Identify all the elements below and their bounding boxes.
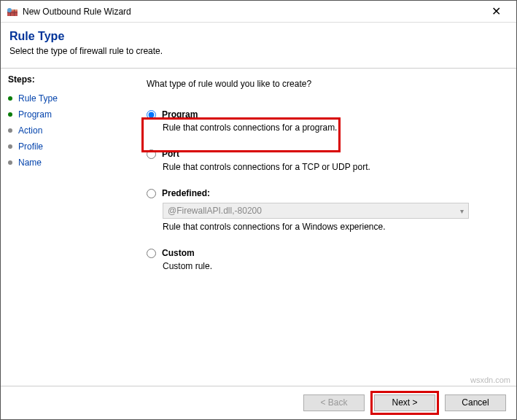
radio-program[interactable] xyxy=(147,110,156,120)
content-pane: What type of rule would you like to crea… xyxy=(117,69,516,386)
highlight-box-next: Next > xyxy=(370,391,439,415)
step-label: Action xyxy=(18,125,42,136)
option-custom: Custom Custom rule. xyxy=(147,248,502,271)
step-label: Rule Type xyxy=(18,93,58,104)
option-port-name: Port xyxy=(162,149,179,159)
option-program-row[interactable]: Program xyxy=(147,109,502,120)
option-custom-desc: Custom rule. xyxy=(163,261,502,271)
option-predefined: Predefined: @FirewallAPI.dll,-80200 ▾ Ru… xyxy=(147,188,502,232)
step-action[interactable]: Action xyxy=(8,122,110,139)
radio-port[interactable] xyxy=(147,149,156,159)
step-profile[interactable]: Profile xyxy=(8,139,110,155)
step-bullet-icon xyxy=(8,160,12,165)
wizard-body: Steps: Rule Type Program Action Profile … xyxy=(1,69,516,386)
step-bullet-icon xyxy=(8,112,12,117)
prompt-text: What type of rule would you like to crea… xyxy=(147,79,502,89)
option-program-name: Program xyxy=(162,109,198,120)
chevron-down-icon: ▾ xyxy=(460,207,464,215)
step-label: Profile xyxy=(18,141,43,152)
predefined-dropdown: @FirewallAPI.dll,-80200 ▾ xyxy=(163,203,469,219)
page-title: Rule Type xyxy=(9,30,508,43)
titlebar: New Outbound Rule Wizard ✕ xyxy=(1,1,516,23)
step-bullet-icon xyxy=(8,128,12,133)
option-predefined-desc: Rule that controls connections for a Win… xyxy=(163,222,502,232)
step-name[interactable]: Name xyxy=(8,155,110,171)
radio-custom[interactable] xyxy=(147,249,156,258)
back-button: < Back xyxy=(303,394,365,411)
firewall-icon xyxy=(7,6,18,18)
option-program: Program Rule that controls connections f… xyxy=(147,109,502,133)
step-rule-type[interactable]: Rule Type xyxy=(8,90,110,106)
option-port-row[interactable]: Port xyxy=(147,149,502,159)
window-title: New Outbound Rule Wizard xyxy=(23,7,481,17)
predefined-dropdown-value: @FirewallAPI.dll,-80200 xyxy=(168,206,262,216)
step-bullet-icon xyxy=(8,96,12,101)
next-button[interactable]: Next > xyxy=(374,394,435,411)
svg-rect-4 xyxy=(14,9,15,16)
option-predefined-row[interactable]: Predefined: xyxy=(147,188,502,198)
watermark-text: wsxdn.com xyxy=(470,376,510,384)
step-label: Program xyxy=(18,109,52,120)
radio-predefined[interactable] xyxy=(147,189,156,198)
footer: < Back Next > Cancel xyxy=(1,386,516,419)
steps-heading: Steps: xyxy=(8,74,110,85)
steps-sidebar: Steps: Rule Type Program Action Profile … xyxy=(1,69,117,386)
option-port-desc: Rule that controls connections for a TCP… xyxy=(163,162,502,172)
cancel-button[interactable]: Cancel xyxy=(445,394,506,411)
svg-rect-2 xyxy=(7,12,18,13)
option-custom-row[interactable]: Custom xyxy=(147,248,502,258)
svg-point-5 xyxy=(7,8,12,12)
option-custom-name: Custom xyxy=(162,248,195,258)
step-bullet-icon xyxy=(8,144,12,149)
wizard-header: Rule Type Select the type of firewall ru… xyxy=(1,23,516,62)
close-button[interactable]: ✕ xyxy=(481,4,510,18)
step-program[interactable]: Program xyxy=(8,106,110,122)
option-port: Port Rule that controls connections for … xyxy=(147,149,502,172)
page-subtitle: Select the type of firewall rule to crea… xyxy=(9,46,508,56)
step-label: Name xyxy=(18,158,42,168)
option-predefined-name: Predefined: xyxy=(162,188,210,198)
option-program-desc: Rule that controls connections for a pro… xyxy=(163,122,502,133)
